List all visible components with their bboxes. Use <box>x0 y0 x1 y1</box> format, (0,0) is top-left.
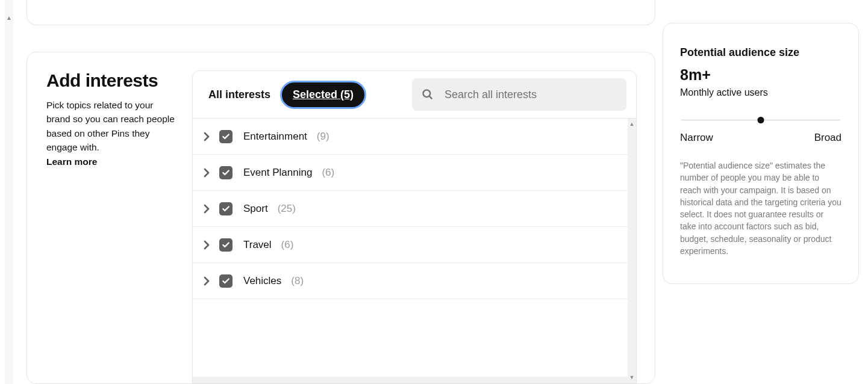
section-title: Add interests <box>46 70 178 91</box>
chevron-right-icon[interactable] <box>201 167 212 178</box>
svg-line-1 <box>429 96 432 99</box>
list-scrollbar[interactable]: ▲ ▼ <box>628 119 636 383</box>
search-field-wrapper[interactable] <box>412 78 626 111</box>
scroll-up-icon: ▲ <box>629 121 635 127</box>
interest-checkbox[interactable] <box>219 202 233 215</box>
interest-checkbox[interactable] <box>219 238 233 252</box>
interest-count: (9) <box>317 131 329 143</box>
tabs-row: All interests Selected (5) <box>193 71 636 119</box>
interest-label: Entertainment <box>243 131 307 143</box>
interests-rows: Entertainment(9)Event Planning(6)Sport(2… <box>193 119 628 299</box>
interest-checkbox[interactable] <box>219 166 233 179</box>
interests-panel: All interests Selected (5) Entertainment… <box>192 70 637 383</box>
interests-description-column: Add interests Pick topics related to you… <box>46 70 192 383</box>
audience-size-card: Potential audience size 8m+ Monthly acti… <box>663 23 859 284</box>
gauge-label-broad: Broad <box>814 132 841 144</box>
tab-selected-interests[interactable]: Selected (5) <box>280 81 366 109</box>
chevron-right-icon[interactable] <box>201 276 212 286</box>
chevron-right-icon[interactable] <box>201 131 212 142</box>
audience-sublabel: Monthly active users <box>680 87 841 98</box>
interest-label: Vehicles <box>243 275 281 287</box>
chevron-right-icon[interactable] <box>201 240 212 250</box>
interest-row[interactable]: Entertainment(9) <box>193 119 628 155</box>
scroll-down-icon: ▼ <box>629 374 635 380</box>
interest-checkbox[interactable] <box>219 274 233 288</box>
section-description: Pick topics related to your brand so you… <box>46 98 178 154</box>
scroll-up-icon: ▲ <box>6 14 12 21</box>
previous-section-card <box>27 0 655 25</box>
interest-checkbox[interactable] <box>219 130 233 143</box>
interest-row[interactable]: Sport(25) <box>193 191 628 227</box>
audience-heading: Potential audience size <box>680 46 841 59</box>
interest-label: Event Planning <box>243 167 312 179</box>
interest-label: Sport <box>243 203 268 215</box>
gauge-label-narrow: Narrow <box>680 132 713 144</box>
interest-row[interactable]: Event Planning(6) <box>193 155 628 191</box>
gauge-labels: Narrow Broad <box>680 132 841 144</box>
list-horizontal-scrollbar[interactable] <box>193 377 628 383</box>
interest-count: (6) <box>281 239 294 251</box>
page-scrollbar[interactable]: ▲ <box>5 0 13 384</box>
audience-gauge <box>681 115 840 126</box>
gauge-indicator <box>758 117 764 123</box>
interests-list-area: Entertainment(9)Event Planning(6)Sport(2… <box>193 119 636 383</box>
interest-row[interactable]: Vehicles(8) <box>193 263 628 299</box>
search-icon <box>422 88 434 101</box>
learn-more-link[interactable]: Learn more <box>46 156 97 167</box>
interests-card: Add interests Pick topics related to you… <box>27 52 655 384</box>
audience-size-value: 8m+ <box>680 66 841 84</box>
audience-disclaimer: "Potential audience size" estimates the … <box>680 159 841 257</box>
interest-row[interactable]: Travel(6) <box>193 227 628 263</box>
interest-count: (6) <box>322 167 334 179</box>
chevron-right-icon[interactable] <box>201 203 212 214</box>
interest-count: (25) <box>278 203 296 215</box>
interest-label: Travel <box>243 239 272 251</box>
interest-count: (8) <box>291 275 304 287</box>
tab-all-interests[interactable]: All interests <box>208 88 270 101</box>
search-input[interactable] <box>445 88 617 101</box>
